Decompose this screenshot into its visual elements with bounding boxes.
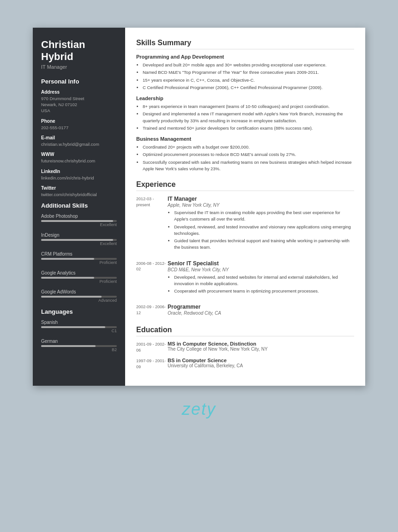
email-label: E-mail bbox=[41, 135, 117, 140]
bullet-item: Designed and implemented a new IT manage… bbox=[143, 111, 354, 124]
skill-bar-fill bbox=[41, 239, 113, 241]
skill-name: Adobe Photoshop bbox=[41, 214, 117, 219]
language-level: C1 bbox=[41, 329, 117, 333]
exp-bullet-list: Developed, reviewed, and tested websites… bbox=[168, 274, 354, 295]
experience-item: 2006-08 - 2012-02 Senior IT Specialist B… bbox=[136, 260, 354, 298]
language-item: Spanish C1 bbox=[41, 320, 117, 333]
language-bar-bg bbox=[41, 345, 117, 347]
bullet-item: Supervised the IT team in creating mobil… bbox=[174, 209, 354, 223]
language-bar-fill bbox=[41, 326, 105, 328]
bullet-list: Developed and built 20+ mobile apps and … bbox=[136, 62, 354, 91]
exp-company: Apple, New York City, NY bbox=[168, 203, 354, 208]
skill-bar-bg bbox=[41, 258, 117, 260]
zety-watermark: zety bbox=[182, 400, 216, 419]
skill-level: Excellent bbox=[41, 222, 117, 227]
phone-value: 202-555-0177 bbox=[41, 125, 117, 131]
skill-item: CRM Platforms Proficient bbox=[41, 251, 117, 265]
bullet-item: Developed, reviewed, and tested websites… bbox=[174, 274, 354, 287]
education-item: 1997-09 - 2001-09 BS in Computer Science… bbox=[136, 358, 354, 370]
skill-bar-bg bbox=[41, 220, 117, 222]
www-value: futureisnow.chrishybrid.com bbox=[41, 158, 117, 164]
exp-date: 2012-03 - present bbox=[136, 196, 168, 254]
person-name: Christian Hybrid bbox=[41, 39, 117, 63]
language-item: German B2 bbox=[41, 339, 117, 352]
bullet-item: Developed, reviewed, and tested innovati… bbox=[174, 224, 354, 237]
subsection-title: Programming and App Development bbox=[136, 54, 354, 60]
skill-bar-fill bbox=[41, 296, 102, 298]
main-content: Skills Summary Programming and App Devel… bbox=[125, 28, 365, 386]
skill-level: Proficient bbox=[41, 260, 117, 265]
address-label: Address bbox=[41, 90, 117, 95]
bullet-item: C Certified Professional Programmer (200… bbox=[143, 84, 354, 91]
subsection-title: Business Management bbox=[136, 136, 354, 142]
additional-skills-heading: Additional Skills bbox=[41, 202, 117, 209]
exp-detail: Programmer Oracle, Redwood City, CA bbox=[168, 304, 354, 317]
exp-detail: Senior IT Specialist BCD M&E, New York C… bbox=[168, 260, 354, 298]
exp-date: 2006-08 - 2012-02 bbox=[136, 260, 168, 298]
skill-bar-fill bbox=[41, 258, 94, 260]
exp-date: 2002-09 - 2006-12 bbox=[136, 304, 168, 317]
edu-detail: BS in Computer Science University of Cal… bbox=[168, 358, 354, 370]
skill-item: Adobe Photoshop Excellent bbox=[41, 214, 117, 227]
language-level: B2 bbox=[41, 347, 117, 352]
experience-heading: Experience bbox=[136, 180, 354, 191]
bullet-item: Coordinated 20+ projects with a budget o… bbox=[143, 144, 354, 150]
bullet-item: Trained and mentored 50+ junior develope… bbox=[143, 125, 354, 132]
languages-heading: Languages bbox=[41, 308, 117, 315]
skills-list: Adobe Photoshop Excellent InDesign Excel… bbox=[41, 214, 117, 303]
bullet-item: Developed and built 20+ mobile apps and … bbox=[143, 62, 354, 68]
exp-detail: IT Manager Apple, New York City, NY Supe… bbox=[168, 196, 354, 254]
edu-school: The City College of New York, New York C… bbox=[168, 347, 354, 352]
sidebar: Christian Hybrid IT Manager Personal Inf… bbox=[33, 28, 125, 386]
exp-company: Oracle, Redwood City, CA bbox=[168, 311, 354, 316]
languages-list: Spanish C1 German B2 bbox=[41, 320, 117, 352]
edu-degree: BS in Computer Science bbox=[168, 358, 354, 363]
person-title: IT Manager bbox=[41, 64, 117, 70]
bullet-list: Coordinated 20+ projects with a budget o… bbox=[136, 144, 354, 172]
experience-item: 2012-03 - present IT Manager Apple, New … bbox=[136, 196, 354, 254]
skills-summary-content: Programming and App Development Develope… bbox=[136, 54, 354, 172]
email-value: christian.w.hybrid@gmail.com bbox=[41, 141, 117, 147]
linkedin-value: linkedin.com/in/chris-hybrid bbox=[41, 175, 117, 181]
language-name: Spanish bbox=[41, 320, 117, 325]
bullet-item: Optimized procurement processes to reduc… bbox=[143, 151, 354, 158]
skills-subsection: Programming and App Development Develope… bbox=[136, 54, 354, 91]
language-bar-fill bbox=[41, 345, 96, 347]
bullet-item: 15+ years experience in C, C++, Cocoa, a… bbox=[143, 77, 354, 84]
skill-item: Google Analytics Proficient bbox=[41, 270, 117, 284]
www-label: WWW bbox=[41, 152, 117, 157]
bullet-item: 8+ years experience in team management (… bbox=[143, 103, 354, 110]
bullet-list: 8+ years experience in team management (… bbox=[136, 103, 354, 132]
phone-label: Phone bbox=[41, 119, 117, 124]
skill-bar-fill bbox=[41, 277, 94, 279]
bullet-item: Guided talent that provides technical su… bbox=[174, 238, 354, 251]
personal-info-heading: Personal Info bbox=[41, 78, 117, 85]
bullet-item: Successfully cooperated with sales and m… bbox=[143, 159, 354, 173]
experience-list: 2012-03 - present IT Manager Apple, New … bbox=[136, 196, 354, 317]
skills-summary-heading: Skills Summary bbox=[136, 39, 354, 49]
twitter-label: Twitter bbox=[41, 185, 117, 191]
education-item: 2001-09 - 2002-06 MS in Computer Science… bbox=[136, 341, 354, 353]
skill-name: CRM Platforms bbox=[41, 251, 117, 257]
skills-subsection: Business Management Coordinated 20+ proj… bbox=[136, 136, 354, 172]
education-heading: Education bbox=[136, 326, 354, 336]
subsection-title: Leadership bbox=[136, 96, 354, 101]
edu-detail: MS in Computer Science, Distinction The … bbox=[168, 341, 354, 353]
skill-level: Excellent bbox=[41, 241, 117, 246]
resume-document: Christian Hybrid IT Manager Personal Inf… bbox=[33, 28, 365, 386]
experience-item: 2002-09 - 2006-12 Programmer Oracle, Red… bbox=[136, 304, 354, 317]
edu-date: 1997-09 - 2001-09 bbox=[136, 358, 168, 370]
bullet-item: Named BCD M&E's "Top Programmer of The Y… bbox=[143, 69, 354, 76]
edu-date: 2001-09 - 2002-06 bbox=[136, 341, 168, 353]
skill-level: Proficient bbox=[41, 279, 117, 284]
skill-bar-bg bbox=[41, 239, 117, 241]
edu-school: University of California, Berkeley, CA bbox=[168, 363, 354, 368]
skill-bar-fill bbox=[41, 220, 113, 222]
skills-subsection: Leadership 8+ years experience in team m… bbox=[136, 96, 354, 132]
skill-level: Advanced bbox=[41, 298, 117, 303]
exp-job-title: Senior IT Specialist bbox=[168, 260, 354, 267]
skill-name: InDesign bbox=[41, 233, 117, 238]
edu-degree: MS in Computer Science, Distinction bbox=[168, 341, 354, 347]
bullet-item: Cooperated with procurement teams in opt… bbox=[174, 288, 354, 294]
language-name: German bbox=[41, 339, 117, 344]
